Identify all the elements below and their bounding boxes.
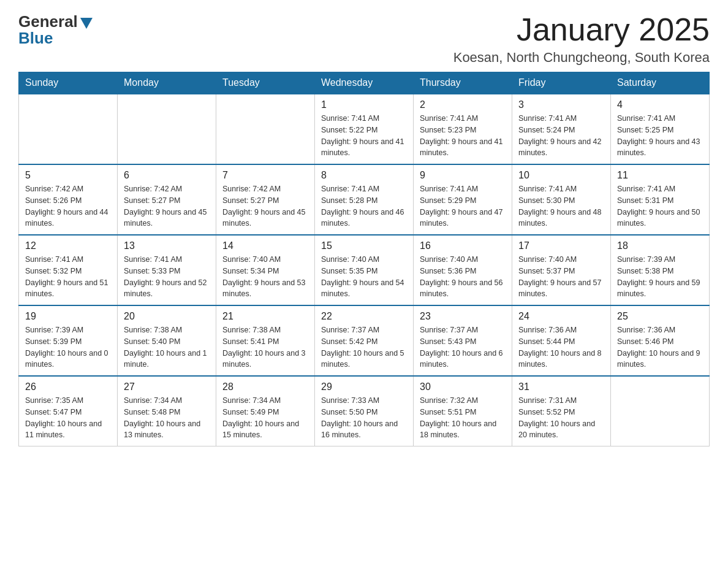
location-title: Koesan, North Chungcheong, South Korea: [453, 50, 710, 66]
day-info: Sunrise: 7:32 AM Sunset: 5:51 PM Dayligh…: [420, 395, 506, 441]
day-info: Sunrise: 7:41 AM Sunset: 5:25 PM Dayligh…: [617, 113, 703, 159]
calendar-cell: 13Sunrise: 7:41 AM Sunset: 5:33 PM Dayli…: [118, 235, 216, 305]
day-info: Sunrise: 7:35 AM Sunset: 5:47 PM Dayligh…: [25, 395, 111, 441]
day-info: Sunrise: 7:37 AM Sunset: 5:42 PM Dayligh…: [321, 324, 407, 370]
day-number: 2: [420, 99, 506, 110]
day-info: Sunrise: 7:39 AM Sunset: 5:39 PM Dayligh…: [25, 324, 111, 370]
calendar-cell: [118, 94, 216, 164]
day-info: Sunrise: 7:41 AM Sunset: 5:23 PM Dayligh…: [420, 113, 506, 159]
calendar-cell: 16Sunrise: 7:40 AM Sunset: 5:36 PM Dayli…: [414, 235, 512, 305]
day-number: 13: [124, 240, 210, 251]
calendar-cell: 17Sunrise: 7:40 AM Sunset: 5:37 PM Dayli…: [512, 235, 611, 305]
calendar-cell: 2Sunrise: 7:41 AM Sunset: 5:23 PM Daylig…: [414, 94, 512, 164]
day-number: 27: [124, 381, 210, 393]
calendar-cell: 27Sunrise: 7:34 AM Sunset: 5:48 PM Dayli…: [118, 376, 216, 446]
calendar-cell: 31Sunrise: 7:31 AM Sunset: 5:52 PM Dayli…: [512, 376, 611, 446]
calendar-week-row: 5Sunrise: 7:42 AM Sunset: 5:26 PM Daylig…: [19, 164, 710, 235]
day-number: 25: [617, 311, 703, 322]
day-number: 1: [321, 99, 407, 110]
day-info: Sunrise: 7:40 AM Sunset: 5:35 PM Dayligh…: [321, 254, 407, 300]
day-number: 28: [222, 381, 308, 393]
weekday-header-wednesday: Wednesday: [315, 72, 414, 94]
day-info: Sunrise: 7:41 AM Sunset: 5:29 PM Dayligh…: [420, 183, 506, 229]
calendar-week-row: 12Sunrise: 7:41 AM Sunset: 5:32 PM Dayli…: [19, 235, 710, 305]
calendar-cell: 28Sunrise: 7:34 AM Sunset: 5:49 PM Dayli…: [216, 376, 315, 446]
day-info: Sunrise: 7:41 AM Sunset: 5:31 PM Dayligh…: [617, 183, 703, 229]
day-number: 4: [617, 99, 703, 110]
calendar-cell: 1Sunrise: 7:41 AM Sunset: 5:22 PM Daylig…: [315, 94, 414, 164]
weekday-header-row: SundayMondayTuesdayWednesdayThursdayFrid…: [19, 72, 710, 94]
calendar-cell: 24Sunrise: 7:36 AM Sunset: 5:44 PM Dayli…: [512, 305, 611, 376]
calendar-cell: 15Sunrise: 7:40 AM Sunset: 5:35 PM Dayli…: [315, 235, 414, 305]
day-number: 10: [518, 170, 604, 181]
calendar-cell: 18Sunrise: 7:39 AM Sunset: 5:38 PM Dayli…: [611, 235, 710, 305]
calendar-table: SundayMondayTuesdayWednesdayThursdayFrid…: [18, 72, 710, 446]
calendar-cell: 14Sunrise: 7:40 AM Sunset: 5:34 PM Dayli…: [216, 235, 315, 305]
day-info: Sunrise: 7:40 AM Sunset: 5:34 PM Dayligh…: [222, 254, 308, 300]
day-number: 3: [518, 99, 604, 110]
day-number: 26: [25, 381, 111, 393]
calendar-cell: 30Sunrise: 7:32 AM Sunset: 5:51 PM Dayli…: [414, 376, 512, 446]
calendar-cell: 20Sunrise: 7:38 AM Sunset: 5:40 PM Dayli…: [118, 305, 216, 376]
weekday-header-friday: Friday: [512, 72, 611, 94]
day-number: 21: [222, 311, 308, 322]
weekday-header-sunday: Sunday: [19, 72, 118, 94]
day-number: 23: [420, 311, 506, 322]
day-number: 30: [420, 381, 506, 393]
weekday-header-saturday: Saturday: [611, 72, 710, 94]
day-info: Sunrise: 7:33 AM Sunset: 5:50 PM Dayligh…: [321, 395, 407, 441]
day-number: 29: [321, 381, 407, 393]
logo-blue-text: Blue: [18, 29, 53, 48]
calendar-week-row: 26Sunrise: 7:35 AM Sunset: 5:47 PM Dayli…: [19, 376, 710, 446]
day-number: 31: [518, 381, 604, 393]
day-number: 22: [321, 311, 407, 322]
day-info: Sunrise: 7:36 AM Sunset: 5:46 PM Dayligh…: [617, 324, 703, 370]
day-number: 9: [420, 170, 506, 181]
title-area: January 2025 Koesan, North Chungcheong, …: [453, 12, 710, 66]
day-info: Sunrise: 7:41 AM Sunset: 5:33 PM Dayligh…: [124, 254, 210, 300]
day-info: Sunrise: 7:42 AM Sunset: 5:27 PM Dayligh…: [222, 183, 308, 229]
day-info: Sunrise: 7:31 AM Sunset: 5:52 PM Dayligh…: [518, 395, 604, 441]
day-number: 6: [124, 170, 210, 181]
day-info: Sunrise: 7:40 AM Sunset: 5:36 PM Dayligh…: [420, 254, 506, 300]
calendar-week-row: 1Sunrise: 7:41 AM Sunset: 5:22 PM Daylig…: [19, 94, 710, 164]
day-number: 14: [222, 240, 308, 251]
calendar-cell: 8Sunrise: 7:41 AM Sunset: 5:28 PM Daylig…: [315, 164, 414, 235]
weekday-header-monday: Monday: [118, 72, 216, 94]
day-number: 11: [617, 170, 703, 181]
calendar-cell: 19Sunrise: 7:39 AM Sunset: 5:39 PM Dayli…: [19, 305, 118, 376]
day-info: Sunrise: 7:39 AM Sunset: 5:38 PM Dayligh…: [617, 254, 703, 300]
calendar-cell: 10Sunrise: 7:41 AM Sunset: 5:30 PM Dayli…: [512, 164, 611, 235]
calendar-cell: 5Sunrise: 7:42 AM Sunset: 5:26 PM Daylig…: [19, 164, 118, 235]
day-info: Sunrise: 7:38 AM Sunset: 5:40 PM Dayligh…: [124, 324, 210, 370]
day-number: 5: [25, 170, 111, 181]
day-info: Sunrise: 7:38 AM Sunset: 5:41 PM Dayligh…: [222, 324, 308, 370]
day-info: Sunrise: 7:37 AM Sunset: 5:43 PM Dayligh…: [420, 324, 506, 370]
day-number: 12: [25, 240, 111, 251]
day-info: Sunrise: 7:41 AM Sunset: 5:24 PM Dayligh…: [518, 113, 604, 159]
day-number: 17: [518, 240, 604, 251]
calendar-cell: 6Sunrise: 7:42 AM Sunset: 5:27 PM Daylig…: [118, 164, 216, 235]
weekday-header-tuesday: Tuesday: [216, 72, 315, 94]
calendar-week-row: 19Sunrise: 7:39 AM Sunset: 5:39 PM Dayli…: [19, 305, 710, 376]
day-info: Sunrise: 7:34 AM Sunset: 5:48 PM Dayligh…: [124, 395, 210, 441]
calendar-cell: 9Sunrise: 7:41 AM Sunset: 5:29 PM Daylig…: [414, 164, 512, 235]
day-number: 19: [25, 311, 111, 322]
calendar-cell: 7Sunrise: 7:42 AM Sunset: 5:27 PM Daylig…: [216, 164, 315, 235]
calendar-cell: 11Sunrise: 7:41 AM Sunset: 5:31 PM Dayli…: [611, 164, 710, 235]
day-number: 24: [518, 311, 604, 322]
day-number: 15: [321, 240, 407, 251]
calendar-cell: [216, 94, 315, 164]
day-number: 16: [420, 240, 506, 251]
day-number: 18: [617, 240, 703, 251]
day-info: Sunrise: 7:41 AM Sunset: 5:30 PM Dayligh…: [518, 183, 604, 229]
calendar-cell: 21Sunrise: 7:38 AM Sunset: 5:41 PM Dayli…: [216, 305, 315, 376]
calendar-cell: 3Sunrise: 7:41 AM Sunset: 5:24 PM Daylig…: [512, 94, 611, 164]
day-info: Sunrise: 7:42 AM Sunset: 5:27 PM Dayligh…: [124, 183, 210, 229]
calendar-body: 1Sunrise: 7:41 AM Sunset: 5:22 PM Daylig…: [19, 94, 710, 446]
calendar-cell: 25Sunrise: 7:36 AM Sunset: 5:46 PM Dayli…: [611, 305, 710, 376]
page-header: General Blue January 2025 Koesan, North …: [18, 12, 710, 66]
calendar-cell: [19, 94, 118, 164]
calendar-cell: 23Sunrise: 7:37 AM Sunset: 5:43 PM Dayli…: [414, 305, 512, 376]
day-info: Sunrise: 7:41 AM Sunset: 5:32 PM Dayligh…: [25, 254, 111, 300]
